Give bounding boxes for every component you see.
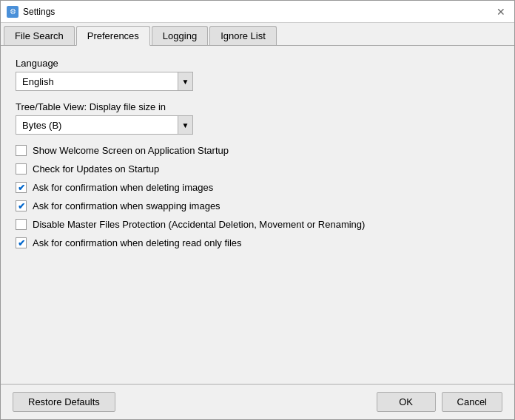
- tab-file-search[interactable]: File Search: [4, 26, 75, 45]
- checkbox-confirm-delete-readonly[interactable]: ✔: [16, 237, 27, 248]
- checkbox-row-confirm-swap: ✔ Ask for confirmation when swapping ima…: [16, 200, 499, 211]
- checkbox-check-updates[interactable]: [16, 163, 27, 175]
- close-button[interactable]: ✕: [494, 4, 508, 19]
- tab-ignore-list[interactable]: Ignore List: [209, 26, 277, 45]
- title-bar-left: ⚙ Settings: [7, 6, 55, 18]
- checkbox-welcome-screen[interactable]: [16, 145, 27, 156]
- settings-window: ⚙ Settings ✕ File Search Preferences Log…: [0, 0, 515, 420]
- checkbox-row-disable-master: Disable Master Files Protection (Acciden…: [16, 219, 499, 230]
- treeview-label: Tree/Table View: Display file size in: [16, 101, 499, 112]
- treeview-group: Tree/Table View: Display file size in By…: [16, 101, 499, 135]
- language-label: Language: [16, 58, 499, 69]
- settings-icon: ⚙: [7, 6, 18, 18]
- checkbox-confirm-delete-images[interactable]: ✔: [16, 182, 27, 193]
- tab-logging[interactable]: Logging: [152, 26, 208, 45]
- footer-right: OK Cancel: [377, 392, 502, 412]
- checkbox-label-disable-master: Disable Master Files Protection (Acciden…: [33, 219, 365, 230]
- restore-defaults-button[interactable]: Restore Defaults: [13, 392, 115, 412]
- checkbox-row-confirm-readonly: ✔ Ask for confirmation when deleting rea…: [16, 237, 499, 248]
- checkbox-row-confirm-delete: ✔ Ask for confirmation when deleting ima…: [16, 182, 499, 193]
- checkbox-row-welcome: Show Welcome Screen on Application Start…: [16, 145, 499, 156]
- treeview-value: Bytes (B): [22, 120, 61, 131]
- checkbox-label-welcome: Show Welcome Screen on Application Start…: [33, 145, 229, 156]
- title-bar: ⚙ Settings ✕: [1, 1, 514, 23]
- language-dropdown-arrow: ▼: [178, 72, 192, 90]
- checkbox-row-check-updates: Check for Updates on Startup: [16, 163, 499, 175]
- tab-bar: File Search Preferences Logging Ignore L…: [1, 23, 514, 46]
- language-value: English: [22, 76, 54, 87]
- treeview-dropdown-arrow: ▼: [178, 116, 192, 134]
- language-dropdown[interactable]: English ▼: [16, 72, 193, 91]
- ok-button[interactable]: OK: [377, 392, 436, 412]
- footer: Restore Defaults OK Cancel: [1, 384, 514, 419]
- tab-preferences[interactable]: Preferences: [76, 26, 150, 46]
- preferences-content: Language English ▼ Tree/Table View: Disp…: [1, 46, 514, 384]
- treeview-dropdown[interactable]: Bytes (B) ▼: [16, 115, 193, 135]
- checkbox-disable-master-protection[interactable]: [16, 219, 27, 230]
- checkbox-label-check-updates: Check for Updates on Startup: [33, 163, 159, 175]
- checkbox-label-confirm-readonly: Ask for confirmation when deleting read …: [33, 237, 242, 248]
- window-title: Settings: [23, 7, 55, 17]
- checkbox-label-confirm-delete: Ask for confirmation when deleting image…: [33, 182, 213, 193]
- checkbox-label-confirm-swap: Ask for confirmation when swapping image…: [33, 200, 221, 211]
- checkbox-confirm-swap-images[interactable]: ✔: [16, 200, 27, 211]
- language-group: Language English ▼: [16, 58, 499, 91]
- cancel-button[interactable]: Cancel: [442, 392, 502, 412]
